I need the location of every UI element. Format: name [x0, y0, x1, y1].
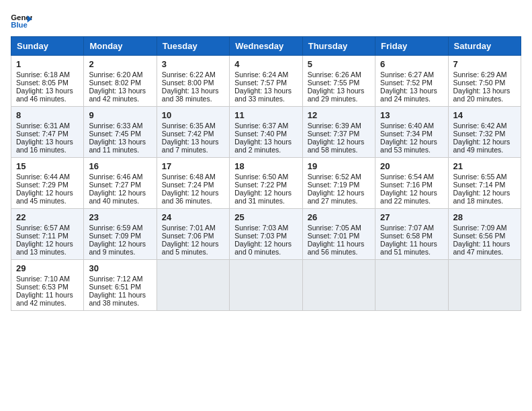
day-info: Daylight: 12 hours and 18 minutes. — [453, 189, 516, 205]
day-info: Sunset: 6:58 PM — [380, 232, 443, 240]
day-number: 6 — [380, 59, 443, 69]
day-info: Sunrise: 7:12 AM — [89, 275, 151, 283]
day-info: Sunset: 7:50 PM — [453, 79, 516, 87]
day-info: Sunrise: 6:54 AM — [380, 173, 443, 181]
day-info: Sunrise: 7:09 AM — [453, 224, 516, 232]
day-number: 10 — [162, 110, 224, 120]
calendar-cell — [448, 260, 521, 311]
day-info: Sunrise: 6:59 AM — [89, 224, 151, 232]
day-info: Daylight: 11 hours and 51 minutes. — [380, 240, 443, 256]
logo: General Blue — [11, 11, 32, 30]
calendar-cell: 15Sunrise: 6:44 AMSunset: 7:29 PMDayligh… — [11, 158, 84, 209]
day-number: 14 — [453, 110, 516, 120]
day-info: Daylight: 13 hours and 42 minutes. — [89, 87, 151, 103]
day-info: Daylight: 11 hours and 38 minutes. — [89, 291, 151, 307]
day-info: Sunset: 7:45 PM — [89, 130, 151, 138]
day-info: Sunset: 7:52 PM — [380, 79, 443, 87]
day-info: Sunrise: 6:20 AM — [89, 71, 151, 79]
calendar-week-5: 29Sunrise: 7:10 AMSunset: 6:53 PMDayligh… — [11, 260, 521, 311]
day-number: 7 — [453, 59, 516, 69]
day-number: 23 — [89, 212, 151, 222]
day-number: 19 — [308, 161, 370, 171]
day-info: Sunset: 7:09 PM — [89, 232, 151, 240]
day-info: Sunset: 7:16 PM — [380, 181, 443, 189]
day-number: 2 — [89, 59, 151, 69]
day-info: Daylight: 12 hours and 0 minutes. — [234, 240, 297, 256]
svg-text:Blue: Blue — [11, 21, 28, 29]
calendar-table: SundayMondayTuesdayWednesdayThursdayFrid… — [11, 36, 521, 311]
calendar-cell: 8Sunrise: 6:31 AMSunset: 7:47 PMDaylight… — [11, 107, 84, 158]
day-info: Sunrise: 6:42 AM — [453, 122, 516, 130]
day-info: Sunset: 8:05 PM — [16, 79, 79, 87]
day-info: Sunrise: 6:27 AM — [380, 71, 443, 79]
calendar-cell: 5Sunrise: 6:26 AMSunset: 7:55 PMDaylight… — [302, 56, 375, 107]
day-header-tuesday: Tuesday — [157, 37, 229, 56]
day-info: Sunset: 7:22 PM — [234, 181, 297, 189]
day-info: Daylight: 13 hours and 46 minutes. — [16, 87, 79, 103]
day-number: 25 — [234, 212, 297, 222]
day-info: Daylight: 12 hours and 13 minutes. — [16, 240, 79, 256]
day-number: 20 — [380, 161, 443, 171]
day-info: Sunset: 6:51 PM — [89, 283, 151, 291]
day-info: Daylight: 12 hours and 5 minutes. — [162, 240, 224, 256]
calendar-cell: 16Sunrise: 6:46 AMSunset: 7:27 PMDayligh… — [84, 158, 157, 209]
day-info: Sunrise: 6:39 AM — [308, 122, 370, 130]
calendar-cell: 9Sunrise: 6:33 AMSunset: 7:45 PMDaylight… — [84, 107, 157, 158]
calendar-cell: 13Sunrise: 6:40 AMSunset: 7:34 PMDayligh… — [375, 107, 448, 158]
calendar-cell: 29Sunrise: 7:10 AMSunset: 6:53 PMDayligh… — [11, 260, 84, 311]
day-info: Sunrise: 6:37 AM — [234, 122, 297, 130]
day-number: 24 — [162, 212, 224, 222]
logo-icon: General Blue — [11, 11, 32, 30]
day-info: Sunset: 7:34 PM — [380, 130, 443, 138]
day-info: Sunrise: 6:50 AM — [234, 173, 297, 181]
day-info: Sunset: 6:53 PM — [16, 283, 79, 291]
calendar-cell: 21Sunrise: 6:55 AMSunset: 7:14 PMDayligh… — [448, 158, 521, 209]
day-info: Daylight: 13 hours and 24 minutes. — [380, 87, 443, 103]
day-info: Sunset: 7:55 PM — [308, 79, 370, 87]
day-number: 15 — [16, 161, 79, 171]
day-info: Daylight: 12 hours and 27 minutes. — [308, 189, 370, 205]
calendar-cell: 19Sunrise: 6:52 AMSunset: 7:19 PMDayligh… — [302, 158, 375, 209]
day-number: 4 — [234, 59, 297, 69]
day-number: 27 — [380, 212, 443, 222]
day-info: Daylight: 13 hours and 20 minutes. — [453, 87, 516, 103]
day-number: 29 — [16, 263, 79, 273]
calendar-cell: 17Sunrise: 6:48 AMSunset: 7:24 PMDayligh… — [157, 158, 229, 209]
day-number: 18 — [234, 161, 297, 171]
day-info: Sunrise: 6:18 AM — [16, 71, 79, 79]
day-info: Sunset: 7:32 PM — [453, 130, 516, 138]
day-header-friday: Friday — [375, 37, 448, 56]
day-number: 11 — [234, 110, 297, 120]
calendar-cell: 1Sunrise: 6:18 AMSunset: 8:05 PMDaylight… — [11, 56, 84, 107]
day-info: Daylight: 12 hours and 58 minutes. — [308, 138, 370, 154]
day-number: 9 — [89, 110, 151, 120]
day-info: Sunset: 7:29 PM — [16, 181, 79, 189]
calendar-cell — [302, 260, 375, 311]
day-number: 28 — [453, 212, 516, 222]
day-info: Daylight: 11 hours and 47 minutes. — [453, 240, 516, 256]
calendar-week-1: 1Sunrise: 6:18 AMSunset: 8:05 PMDaylight… — [11, 56, 521, 107]
day-info: Daylight: 12 hours and 9 minutes. — [89, 240, 151, 256]
day-info: Sunrise: 6:29 AM — [453, 71, 516, 79]
calendar-cell: 22Sunrise: 6:57 AMSunset: 7:11 PMDayligh… — [11, 209, 84, 260]
day-info: Sunrise: 6:46 AM — [89, 173, 151, 181]
day-info: Daylight: 13 hours and 29 minutes. — [308, 87, 370, 103]
day-info: Sunrise: 6:52 AM — [308, 173, 370, 181]
day-info: Sunrise: 6:57 AM — [16, 224, 79, 232]
day-info: Sunrise: 7:07 AM — [380, 224, 443, 232]
day-number: 22 — [16, 212, 79, 222]
page-header: General Blue — [11, 11, 521, 30]
day-number: 1 — [16, 59, 79, 69]
calendar-cell: 14Sunrise: 6:42 AMSunset: 7:32 PMDayligh… — [448, 107, 521, 158]
calendar-cell: 26Sunrise: 7:05 AMSunset: 7:01 PMDayligh… — [302, 209, 375, 260]
calendar-cell — [230, 260, 302, 311]
calendar-cell: 2Sunrise: 6:20 AMSunset: 8:02 PMDaylight… — [84, 56, 157, 107]
calendar-cell — [375, 260, 448, 311]
day-number: 12 — [308, 110, 370, 120]
day-info: Sunset: 7:37 PM — [308, 130, 370, 138]
calendar-week-2: 8Sunrise: 6:31 AMSunset: 7:47 PMDaylight… — [11, 107, 521, 158]
day-info: Sunset: 7:03 PM — [234, 232, 297, 240]
day-header-saturday: Saturday — [448, 37, 521, 56]
day-info: Daylight: 12 hours and 31 minutes. — [234, 189, 297, 205]
calendar-cell: 30Sunrise: 7:12 AMSunset: 6:51 PMDayligh… — [84, 260, 157, 311]
